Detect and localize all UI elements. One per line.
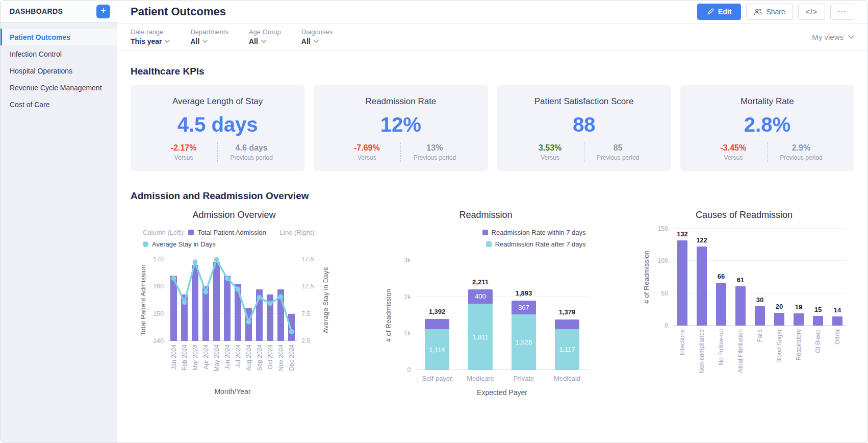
within-7-days-segment[interactable] (425, 319, 449, 329)
sidebar-item-cost-of-care[interactable]: Cost of Care (1, 96, 117, 113)
legend-within-label: Readmission Rate within 7 days (492, 229, 586, 236)
kpi-title: Patient Satisfaction Score (534, 96, 634, 107)
filter-diagnoses[interactable]: DiagnosesAll (301, 28, 333, 45)
after-7-days-segment[interactable]: 1,526 (512, 314, 536, 370)
bar-value-label: 30 (750, 296, 770, 304)
line-point[interactable] (246, 319, 251, 325)
x-label-falls: Falls (750, 329, 770, 342)
y-tick: 2k (404, 293, 411, 301)
share-button[interactable]: Share (746, 4, 793, 20)
y-tick: 2.5 (301, 337, 310, 344)
sidebar-item-revenue-cycle-management[interactable]: Revenue Cycle Management (1, 79, 117, 96)
share-button-label: Share (766, 8, 785, 16)
sidebar-item-infection-control[interactable]: Infection Control (1, 45, 117, 62)
code-icon: </> (806, 8, 818, 16)
kpi-previous-block: 13%Previous period (401, 143, 468, 161)
x-axis-labels: InfectionsNon-complianceNo Follow-upAtri… (673, 329, 847, 386)
segment-label: 1,526 (516, 338, 532, 346)
embed-code-button[interactable]: </> (798, 4, 825, 20)
kpi-previous-block: 4.6 daysPrevious period (218, 143, 285, 161)
filter-date-range[interactable]: Date rangeThis year (131, 28, 170, 45)
line-point[interactable] (268, 301, 273, 306)
add-dashboard-button[interactable]: + (96, 5, 110, 18)
cause-bar-falls[interactable] (755, 306, 765, 326)
cause-bar-no-follow-up[interactable] (716, 283, 726, 326)
filter-bar: Date rangeThis yearDepartmentsAllAge Gro… (117, 23, 867, 51)
y-tick: 0 (665, 322, 668, 329)
filter-selected-value: All (301, 37, 311, 45)
kpi-title: Average Length of Stay (172, 96, 263, 107)
cause-bar-gi-bleed[interactable] (813, 316, 823, 326)
line-point[interactable] (289, 329, 294, 334)
cause-bar-atrial-fibrillation[interactable] (735, 286, 746, 326)
line-point[interactable] (257, 295, 262, 300)
legend-row: Readmission Rate after 7 days (383, 240, 586, 248)
x-label-respiratory: Respiratory (789, 329, 808, 360)
causes-of-readmission-chart: Causes of Readmission # of Readmission 0… (641, 210, 847, 386)
kpi-card-average-length-of-stay: Average Length of Stay4.5 days-2.17%Vers… (131, 85, 304, 171)
chevron-down-icon (314, 40, 319, 43)
kpi-previous-value: 85 (584, 143, 652, 153)
after-7-days-segment[interactable]: 1,811 (468, 304, 493, 370)
stacked-bar-medicaid[interactable]: 1,3791,117 (546, 260, 589, 370)
line-point[interactable] (236, 287, 241, 292)
chart-title: Admission Overview (138, 210, 330, 220)
x-label-dec-2024: Dec 2024 (286, 344, 297, 371)
segment-label: 1,114 (429, 346, 445, 354)
cause-bar-other[interactable] (832, 316, 843, 326)
filter-departments[interactable]: DepartmentsAll (190, 28, 228, 45)
kpi-previous-label: Previous period (768, 154, 835, 161)
average-stay-line (168, 259, 297, 341)
stacked-bar-private[interactable]: 1,8933671,526 (502, 260, 546, 370)
line-point[interactable] (203, 289, 209, 294)
cause-bar-non-compliance[interactable] (697, 247, 707, 326)
y-tick: 160 (153, 283, 164, 290)
within-7-days-segment[interactable]: 400 (468, 289, 493, 304)
x-label-infections: Infections (673, 329, 692, 355)
admission-plot-area: Total Patient Admission 140150160170 2.5… (138, 259, 330, 396)
gridline (673, 228, 847, 229)
my-views-dropdown[interactable]: My views (812, 33, 854, 41)
bar-value-label: 14 (828, 306, 847, 314)
sidebar-item-patient-outcomes[interactable]: Patient Outcomes (1, 29, 117, 45)
more-options-button[interactable]: ··· (830, 4, 854, 20)
x-label-feb-2024: Feb 2024 (179, 344, 190, 371)
within-7-days-segment[interactable]: 367 (512, 301, 536, 314)
line-point[interactable] (225, 276, 230, 281)
x-label-mar-2024: Mar 2024 (190, 344, 200, 371)
edit-button[interactable]: Edit (697, 4, 741, 20)
sidebar-header: DASHBOARDS + (1, 1, 117, 22)
line-point[interactable] (171, 276, 176, 281)
kpi-comparison: 3.53%Versus85Previous period (517, 142, 652, 162)
dashboard-content: Healthcare KPIs Average Length of Stay4.… (117, 51, 867, 442)
filter-age-group[interactable]: Age GroupAll (249, 28, 281, 45)
sidebar-item-hospital-operations[interactable]: Hospital Operations (1, 62, 117, 79)
stacked-bar-medicare[interactable]: 2,2114001,811 (459, 260, 502, 370)
chevron-down-icon (202, 40, 208, 43)
stacked-bar-self-payer[interactable]: 1,3921,114 (416, 260, 459, 370)
after-7-days-segment[interactable]: 1,117 (555, 329, 579, 370)
filter-selected-value: All (249, 37, 258, 45)
line-point[interactable] (278, 294, 284, 300)
cause-bar-infections[interactable] (677, 240, 687, 326)
segment-label: 400 (475, 292, 486, 300)
filter-selected-value: This year (131, 37, 162, 45)
right-axis-title: Average Stay in Days (320, 259, 330, 341)
bar-value-label: 15 (808, 306, 828, 313)
kpi-section-heading: Healthcare KPIs (131, 66, 854, 77)
kpi-previous-value: 4.6 days (218, 143, 285, 153)
x-label-sep-2024: Sep 2024 (254, 344, 265, 371)
admission-overview-chart: Admission Overview Column (Left): Total … (138, 210, 330, 396)
left-axis-title: Total Patient Admission (138, 259, 148, 341)
line-point[interactable] (214, 257, 219, 262)
after-7-days-segment[interactable]: 1,114 (425, 329, 449, 370)
kpi-row: Average Length of Stay4.5 days-2.17%Vers… (131, 85, 854, 171)
within-7-days-segment[interactable] (555, 319, 579, 329)
cause-bar-respiratory[interactable] (794, 313, 804, 326)
cause-bar-blood-sugar[interactable] (774, 313, 784, 326)
line-point[interactable] (193, 259, 198, 264)
kpi-card-mortality-rate: Mortality Rate2.8%-3.45%Versus2.9%Previo… (680, 85, 854, 171)
x-axis-title: Expected Payer (416, 388, 589, 397)
chart-title: Causes of Readmission (641, 210, 847, 220)
line-point[interactable] (182, 300, 187, 305)
